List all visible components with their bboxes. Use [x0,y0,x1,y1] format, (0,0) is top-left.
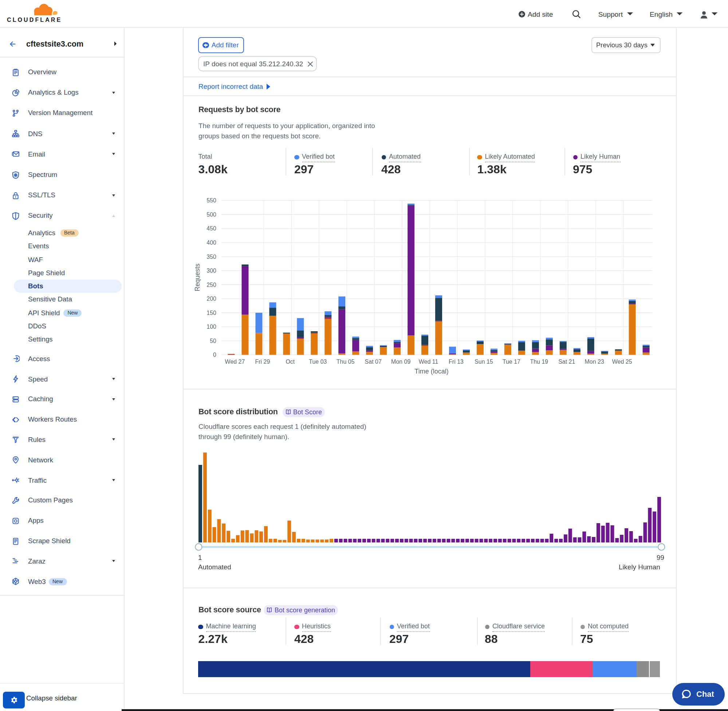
svg-text:150: 150 [206,310,216,316]
svg-text:250: 250 [206,282,216,288]
svg-text:Wed 27: Wed 27 [225,358,245,365]
svg-text:Fri 13: Fri 13 [448,358,463,365]
svg-text:450: 450 [206,225,216,232]
svg-text:Sat 21: Sat 21 [558,358,575,365]
svg-text:Thu 19: Thu 19 [530,358,548,365]
svg-text:Oct: Oct [285,358,294,365]
svg-text:200: 200 [206,296,216,302]
svg-text:Mon 23: Mon 23 [585,358,604,365]
svg-text:Requests: Requests [193,264,201,291]
svg-text:50: 50 [210,338,216,344]
svg-text:Sat 07: Sat 07 [365,358,381,365]
svg-text:Wed 11: Wed 11 [418,358,438,365]
svg-text:Wed 25: Wed 25 [612,358,632,365]
svg-text:Mon 09: Mon 09 [391,358,410,365]
svg-text:Time (local): Time (local) [414,368,448,375]
svg-text:0: 0 [213,352,216,358]
svg-text:Thu 05: Thu 05 [336,358,354,365]
svg-text:350: 350 [206,254,216,260]
svg-text:Fri 29: Fri 29 [255,358,269,365]
svg-text:500: 500 [206,211,216,218]
svg-text:400: 400 [206,239,216,246]
svg-text:Tue 03: Tue 03 [309,358,326,365]
svg-text:Sun 15: Sun 15 [474,358,493,365]
svg-text:Tue 17: Tue 17 [502,358,520,365]
svg-text:100: 100 [206,324,216,330]
svg-text:550: 550 [206,197,216,204]
svg-text:300: 300 [206,268,216,274]
